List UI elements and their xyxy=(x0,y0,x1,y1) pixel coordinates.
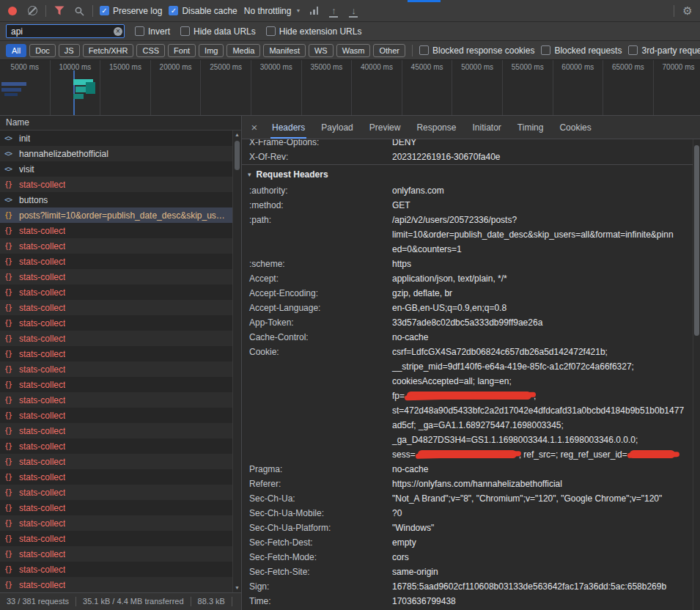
request-row[interactable]: stats-collect xyxy=(0,346,241,361)
throttling-dropdown[interactable]: No throttling ▼ xyxy=(244,6,301,16)
request-row[interactable]: stats-collect xyxy=(0,331,241,346)
request-name: stats-collect xyxy=(19,518,65,529)
request-row[interactable]: stats-collect xyxy=(0,577,241,592)
request-row[interactable]: init xyxy=(0,131,241,146)
filter-input[interactable] xyxy=(6,24,125,38)
checkbox-icon xyxy=(266,26,276,36)
request-row[interactable]: stats-collect xyxy=(0,423,241,438)
request-headers-section[interactable]: ▾ Request Headers xyxy=(242,164,693,183)
header-name: :method: xyxy=(249,198,392,213)
details-tab[interactable]: Headers xyxy=(264,116,313,139)
name-column-header[interactable]: Name xyxy=(0,116,241,131)
blocked-response-cookies-checkbox[interactable]: Blocked response cookies xyxy=(419,45,534,56)
list-scrollbar[interactable]: ▲ ▼ xyxy=(232,131,241,592)
request-type-icon xyxy=(4,565,15,573)
timeline-column: 60000 ms xyxy=(553,60,604,115)
request-row[interactable]: hannahelizabethofficial xyxy=(0,146,241,161)
request-row[interactable]: visit xyxy=(0,161,241,177)
request-row[interactable]: stats-collect xyxy=(0,284,241,300)
scrollbar-thumb[interactable] xyxy=(694,145,699,336)
header-name: Accept-Language: xyxy=(249,301,392,315)
details-tab[interactable]: Payload xyxy=(313,116,361,139)
type-filter-chip[interactable]: JS xyxy=(59,44,80,57)
clear-filter-icon[interactable]: × xyxy=(114,27,122,36)
upload-har-button[interactable]: ↑ xyxy=(327,4,340,18)
download-har-button[interactable]: ↓ xyxy=(347,4,360,18)
header-name: App-Token: xyxy=(249,315,392,330)
request-row[interactable]: stats-collect xyxy=(0,454,241,469)
header-name: X-Of-Rev: xyxy=(249,150,392,164)
request-row[interactable]: stats-collect xyxy=(0,269,241,284)
waterfall-activity xyxy=(86,82,95,94)
type-filter-chip[interactable]: CSS xyxy=(136,44,165,57)
request-row[interactable]: stats-collect xyxy=(0,177,241,192)
header-row: Sec-Ch-Ua-Platform: "Windows" xyxy=(242,521,693,535)
header-row: Accept-Encoding: gzip, deflate, br xyxy=(242,286,693,301)
type-filter-chip[interactable]: Img xyxy=(199,44,224,57)
details-tab[interactable]: Cookies xyxy=(551,116,599,139)
hide-data-urls-checkbox[interactable]: Hide data URLs xyxy=(180,26,256,37)
request-row[interactable]: posts?limit=10&order=publish_date_desc&s… xyxy=(0,207,241,223)
clear-button[interactable] xyxy=(26,4,39,18)
scroll-down-icon[interactable]: ▼ xyxy=(233,584,241,592)
details-tab[interactable]: Preview xyxy=(361,116,409,139)
type-filter-chip[interactable]: Media xyxy=(226,44,260,57)
record-button[interactable] xyxy=(6,4,19,18)
network-conditions-button[interactable] xyxy=(307,4,320,18)
header-row: Sec-Fetch-Site: same-origin xyxy=(242,565,693,579)
cookie-line: _ga_D4827DS3H4=GS1.1.1698003344.1.1.1698… xyxy=(392,433,684,447)
filter-button[interactable] xyxy=(53,4,66,18)
type-filter-chip[interactable]: All xyxy=(6,44,26,57)
timeline-overview[interactable]: 5000 ms 10000 ms 15000 ms 20000 ms 25000… xyxy=(0,60,700,116)
header-row: Sign: 16785:5aad9602cf110608b03133de5636… xyxy=(242,579,693,594)
request-row[interactable]: stats-collect xyxy=(0,562,241,577)
details-tab[interactable]: Initiator xyxy=(464,116,509,139)
request-row[interactable]: stats-collect xyxy=(0,485,241,500)
blocked-requests-checkbox[interactable]: Blocked requests xyxy=(541,45,622,56)
details-tab[interactable]: Response xyxy=(408,116,464,139)
request-row[interactable]: buttons xyxy=(0,192,241,207)
type-filter-chip[interactable]: Font xyxy=(168,44,196,57)
third-party-requests-checkbox[interactable]: 3rd-party requests xyxy=(628,45,700,56)
request-row[interactable]: stats-collect xyxy=(0,223,241,238)
scroll-up-icon[interactable]: ▲ xyxy=(233,131,241,139)
request-row[interactable]: stats-collect xyxy=(0,469,241,485)
hide-extension-urls-checkbox[interactable]: Hide extension URLs xyxy=(266,26,362,37)
request-row[interactable]: stats-collect xyxy=(0,238,241,254)
type-filter-chip[interactable]: Fetch/XHR xyxy=(83,44,134,57)
request-row[interactable]: stats-collect xyxy=(0,531,241,546)
request-row[interactable]: stats-collect xyxy=(0,546,241,562)
request-row[interactable]: stats-collect xyxy=(0,408,241,423)
details-tab[interactable]: Timing xyxy=(509,116,552,139)
invert-checkbox[interactable]: Invert xyxy=(135,26,170,37)
request-row[interactable]: stats-collect xyxy=(0,254,241,269)
request-row[interactable]: stats-collect xyxy=(0,315,241,331)
chevron-down-icon: ▼ xyxy=(295,8,301,13)
type-filter-chip[interactable]: Other xyxy=(373,44,405,57)
request-row[interactable]: stats-collect xyxy=(0,515,241,531)
close-icon[interactable]: × xyxy=(246,121,262,133)
disable-cache-checkbox[interactable]: ✓ Disable cache xyxy=(169,6,237,16)
type-filter-chip[interactable]: Wasm xyxy=(336,44,371,57)
settings-gear-icon[interactable]: ⚙ xyxy=(681,4,694,18)
header-value: same-origin xyxy=(392,565,438,579)
preserve-log-checkbox[interactable]: ✓ Preserve log xyxy=(100,6,162,16)
timeline-column: 50000 ms xyxy=(452,60,503,115)
type-filter-chip[interactable]: Manifest xyxy=(263,44,306,57)
record-icon xyxy=(8,7,17,15)
header-row: :scheme: https xyxy=(242,257,693,271)
cookie-line: fp=; xyxy=(392,389,684,403)
request-row[interactable]: stats-collect xyxy=(0,392,241,408)
request-row[interactable]: stats-collect xyxy=(0,361,241,377)
header-name: Sec-Fetch-Mode: xyxy=(249,550,392,565)
request-row[interactable]: stats-collect xyxy=(0,300,241,315)
type-filter-chip[interactable]: WS xyxy=(309,44,334,57)
scrollbar-thumb[interactable] xyxy=(235,141,240,170)
request-type-icon xyxy=(4,334,15,342)
search-button[interactable] xyxy=(73,4,86,18)
request-row[interactable]: stats-collect xyxy=(0,500,241,515)
request-row[interactable]: stats-collect xyxy=(0,377,241,392)
type-filter-chip[interactable]: Doc xyxy=(29,44,56,57)
request-row[interactable]: stats-collect xyxy=(0,438,241,454)
details-scrollbar[interactable] xyxy=(693,139,700,610)
